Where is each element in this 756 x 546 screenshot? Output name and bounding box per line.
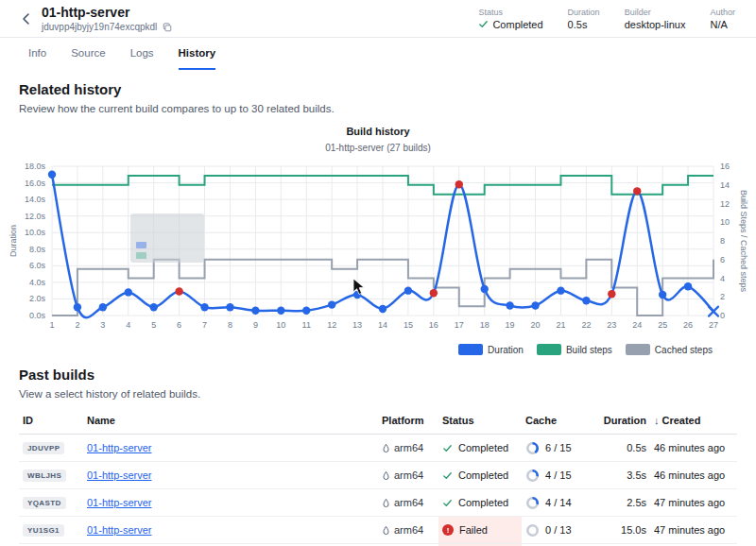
svg-text:14.0s: 14.0s <box>25 195 46 204</box>
build-name-link[interactable]: 01-http-server <box>87 442 151 453</box>
svg-text:16.0s: 16.0s <box>25 179 46 188</box>
stat-value: 0.5s <box>568 19 600 30</box>
platform-arch-icon <box>382 498 390 508</box>
svg-text:16: 16 <box>429 320 438 330</box>
cache-cell: 4 / 15 <box>525 469 586 483</box>
svg-text:15: 15 <box>404 320 413 330</box>
stat-value: desktop-linux <box>625 19 686 30</box>
sort-desc-icon[interactable]: ↓ <box>654 415 660 426</box>
header-stat-duration: Duration 0.5s <box>568 8 600 30</box>
svg-text:18: 18 <box>480 320 490 330</box>
build-name-link[interactable]: 01-http-server <box>87 469 151 481</box>
column-header-id[interactable]: ID <box>19 409 83 435</box>
svg-text:10: 10 <box>720 217 730 227</box>
legend-item: Build steps <box>537 344 612 355</box>
tab-info[interactable]: Info <box>28 38 46 70</box>
header-stat-status: Status Completed <box>478 8 542 30</box>
chart-subtitle: 01-http-server (27 builds) <box>0 143 756 153</box>
ghost-tooltip-steps-swatch <box>136 252 146 259</box>
svg-text:6: 6 <box>177 320 181 330</box>
svg-text:8.0s: 8.0s <box>29 245 46 254</box>
build-id-badge: YQASTD <box>23 497 66 509</box>
ghost-tooltip-duration-swatch <box>136 242 146 248</box>
chart-canvas: 0.0s2.0s4.0s6.0s8.0s10.0s12.0s14.0s16.0s… <box>0 157 756 342</box>
table-row[interactable]: WBLJHS 01-http-server arm64 Completed 4 … <box>19 462 737 489</box>
tab-source[interactable]: Source <box>71 38 105 70</box>
column-header-duration[interactable]: Duration <box>590 409 650 435</box>
tab-logs[interactable]: Logs <box>130 38 154 70</box>
svg-text:2: 2 <box>720 292 725 301</box>
cache-donut-icon <box>525 441 540 455</box>
column-header-platform[interactable]: Platform <box>378 409 438 435</box>
stat-label: Duration <box>568 8 600 17</box>
svg-text:19: 19 <box>506 320 515 330</box>
past-builds-title: Past builds <box>19 367 737 383</box>
svg-text:8: 8 <box>228 320 232 330</box>
related-history-title: Related history <box>19 81 737 97</box>
column-header-created[interactable]: ↓Created <box>650 409 737 435</box>
svg-text:7: 7 <box>202 320 207 330</box>
cache-donut-icon <box>525 469 540 483</box>
svg-text:18.0s: 18.0s <box>25 162 46 171</box>
svg-text:1: 1 <box>49 320 54 330</box>
table-header-row: IDNamePlatformStatusCacheDuration↓Create… <box>19 409 737 435</box>
svg-text:6: 6 <box>720 255 725 264</box>
header-stat-author: Author N/A <box>710 8 735 30</box>
check-icon <box>478 19 489 29</box>
cache-cell: 0 / 13 <box>525 523 586 537</box>
svg-text:20: 20 <box>531 320 541 330</box>
column-header-status[interactable]: Status <box>438 409 522 435</box>
build-name-link[interactable]: 01-http-server <box>87 497 151 508</box>
legend-swatch <box>626 344 650 355</box>
svg-text:26: 26 <box>683 320 693 330</box>
platform-arch-icon <box>382 525 390 536</box>
tab-bar: InfoSourceLogsHistory <box>0 38 756 70</box>
past-builds-table: IDNamePlatformStatusCacheDuration↓Create… <box>19 409 737 546</box>
build-id-badge: YU1SG1 <box>23 524 64 537</box>
platform-cell: arm64 <box>382 442 435 453</box>
svg-text:9: 9 <box>253 320 258 330</box>
status-cell: Completed <box>442 435 518 461</box>
table-row[interactable]: YQASTD 01-http-server arm64 Completed 4 … <box>19 489 737 517</box>
back-button[interactable] <box>17 9 36 28</box>
legend-item: Duration <box>458 344 524 355</box>
cache-donut-icon <box>525 523 540 537</box>
svg-text:10.0s: 10.0s <box>25 228 46 237</box>
created-cell: 46 minutes ago <box>650 435 737 462</box>
svg-text:2.0s: 2.0s <box>29 294 46 303</box>
svg-text:13: 13 <box>352 320 362 330</box>
chart-title: Build history <box>0 126 756 137</box>
column-header-cache[interactable]: Cache <box>522 409 590 435</box>
table-row[interactable]: YU1SG1 01-http-server arm64 !Failed 0 / … <box>19 517 737 544</box>
svg-text:17: 17 <box>455 320 464 330</box>
svg-text:10: 10 <box>276 320 285 330</box>
check-icon <box>442 443 453 453</box>
cache-cell: 4 / 14 <box>525 496 586 510</box>
svg-text:12: 12 <box>327 320 336 330</box>
duration-cell: 3.5s <box>590 462 650 489</box>
svg-text:5: 5 <box>151 320 156 330</box>
platform-cell: arm64 <box>382 524 435 536</box>
column-header-name[interactable]: Name <box>83 409 378 435</box>
mouse-cursor <box>352 278 365 296</box>
check-icon <box>442 498 453 508</box>
cache-donut-icon <box>525 496 540 510</box>
created-cell: 46 minutes ago <box>650 462 737 489</box>
copy-icon[interactable] <box>163 23 172 32</box>
build-history-chart[interactable]: 0.0s2.0s4.0s6.0s8.0s10.0s12.0s14.0s16.0s… <box>0 157 756 342</box>
past-builds-description: View a select history of related builds. <box>19 388 737 400</box>
header-stat-builder: Builder desktop-linux <box>625 8 686 30</box>
tab-history[interactable]: History <box>179 38 216 70</box>
table-row[interactable]: JDUVPP 01-http-server arm64 Completed 6 … <box>19 435 737 462</box>
build-name-link[interactable]: 01-http-server <box>87 524 151 536</box>
svg-text:8: 8 <box>720 236 725 246</box>
svg-text:12.0s: 12.0s <box>25 212 46 221</box>
svg-text:4.0s: 4.0s <box>29 278 46 287</box>
svg-text:25: 25 <box>658 320 667 330</box>
svg-text:6.0s: 6.0s <box>29 261 46 270</box>
page-header: 01-http-server jduvpp4jbyjy19n74excqpkdl… <box>0 0 756 38</box>
check-icon <box>442 470 453 481</box>
build-id-badge: WBLJHS <box>23 469 66 482</box>
svg-text:23: 23 <box>607 320 616 330</box>
status-cell: Completed <box>442 462 518 488</box>
